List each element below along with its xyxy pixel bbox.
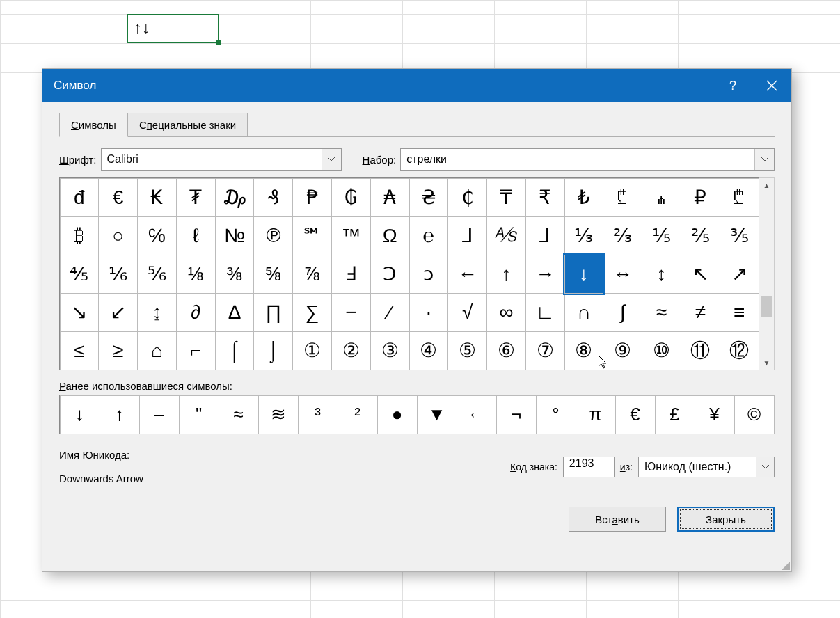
recent-symbol-cell[interactable]: £	[655, 395, 695, 434]
symbol-cell[interactable]: ₭	[137, 178, 177, 217]
symbol-cell[interactable]: ⅜	[215, 255, 255, 294]
symbol-cell[interactable]: ₽	[681, 178, 720, 217]
resize-handle[interactable]	[779, 559, 790, 570]
symbol-cell[interactable]: Ⅎ	[331, 255, 371, 294]
symbol-cell[interactable]: ⑫	[720, 331, 759, 370]
symbol-cell[interactable]: ⅃	[525, 216, 565, 255]
symbol-cell[interactable]: ⅍	[486, 216, 526, 255]
symbol-cell[interactable]: ⌐	[176, 331, 216, 370]
symbol-cell[interactable]: ⑤	[447, 331, 487, 370]
close-icon[interactable]	[752, 69, 791, 102]
symbol-cell[interactable]: ∟	[525, 293, 565, 332]
recent-symbol-cell[interactable]: °	[536, 395, 576, 434]
symbol-cell[interactable]: ₸	[486, 178, 526, 217]
symbol-cell[interactable]: Ↄ	[370, 255, 410, 294]
recent-symbol-cell[interactable]: ³	[298, 395, 338, 434]
symbol-cell[interactable]: ∏	[253, 293, 293, 332]
symbol-cell[interactable]: ₳	[370, 178, 410, 217]
subset-combo[interactable]: стрелки	[400, 148, 775, 171]
fill-handle[interactable]	[216, 40, 221, 45]
recent-symbol-cell[interactable]: ≋	[258, 395, 299, 434]
symbol-cell[interactable]: ↄ	[409, 255, 449, 294]
symbol-cell[interactable]: ○	[98, 216, 138, 255]
symbol-cell[interactable]: ⅕	[642, 216, 681, 255]
symbol-cell[interactable]: ⅘	[60, 255, 100, 294]
recent-symbol-cell[interactable]: ●	[377, 395, 418, 434]
recent-symbol-cell[interactable]: π	[576, 395, 616, 434]
symbol-cell[interactable]: ₱	[292, 178, 332, 217]
symbol-cell[interactable]: ⅓	[564, 216, 604, 255]
symbol-cell[interactable]: ⌡	[253, 331, 293, 370]
symbol-cell[interactable]: ₺	[564, 178, 604, 217]
symbol-cell[interactable]: đ	[60, 178, 100, 217]
recent-symbol-cell[interactable]: ↓	[60, 395, 100, 434]
symbol-cell[interactable]: ∕	[370, 293, 410, 332]
symbol-cell[interactable]: ₲	[331, 178, 371, 217]
symbol-cell[interactable]: ⅔	[603, 216, 642, 255]
recent-symbol-cell[interactable]: ↑	[100, 395, 140, 434]
symbol-cell[interactable]: ⅖	[681, 216, 720, 255]
symbol-cell[interactable]: ↑	[486, 255, 526, 294]
symbol-cell[interactable]: ↙	[98, 293, 138, 332]
symbol-cell[interactable]: ⑪	[681, 331, 720, 370]
recent-symbol-cell[interactable]: ²	[338, 395, 378, 434]
symbol-cell[interactable]: ∑	[292, 293, 332, 332]
symbol-cell[interactable]: ↘	[60, 293, 100, 332]
symbol-cell[interactable]: ≠	[681, 293, 720, 332]
scrollbar[interactable]: ▲ ▼	[759, 177, 775, 370]
scroll-thumb[interactable]	[761, 296, 772, 317]
recent-symbol-cell[interactable]: ¬	[496, 395, 537, 434]
symbol-cell[interactable]: ↓	[564, 255, 604, 294]
symbol-cell[interactable]: ∆	[215, 293, 255, 332]
symbol-cell[interactable]: ⅚	[137, 255, 177, 294]
symbol-cell[interactable]: ℮	[409, 216, 449, 255]
symbol-cell[interactable]: ℠	[292, 216, 332, 255]
symbol-cell[interactable]: ⑧	[564, 331, 604, 370]
symbol-cell[interactable]: ⅙	[98, 255, 138, 294]
symbol-cell[interactable]: ₮	[176, 178, 216, 217]
symbol-cell[interactable]: ↕	[642, 255, 681, 294]
close-button[interactable]: Закрыть	[677, 507, 775, 532]
symbol-cell[interactable]: ⑩	[642, 331, 681, 370]
symbol-cell[interactable]: ₵	[447, 178, 487, 217]
scroll-up-icon[interactable]: ▲	[759, 178, 774, 192]
symbol-cell[interactable]: ₴	[409, 178, 449, 217]
symbol-cell[interactable]: ⑦	[525, 331, 565, 370]
symbol-cell[interactable]: ₾	[720, 178, 759, 217]
from-combo[interactable]: Юникод (шестн.)	[638, 457, 775, 477]
symbol-cell[interactable]: ℗	[253, 216, 293, 255]
symbol-cell[interactable]: ⅃	[447, 216, 487, 255]
symbol-cell[interactable]: ⅞	[292, 255, 332, 294]
symbol-cell[interactable]: ∙	[409, 293, 449, 332]
symbol-cell[interactable]: ∫	[603, 293, 642, 332]
symbol-cell[interactable]: ₹	[525, 178, 565, 217]
symbol-cell[interactable]: ↖	[681, 255, 720, 294]
scroll-down-icon[interactable]: ▼	[759, 356, 774, 370]
symbol-cell[interactable]: ↨	[137, 293, 177, 332]
recent-symbol-cell[interactable]: –	[139, 395, 180, 434]
symbol-cell[interactable]: ₾	[603, 178, 642, 217]
recent-symbol-cell[interactable]: ≈	[219, 395, 259, 434]
recent-symbol-cell[interactable]: ▼	[417, 395, 457, 434]
symbol-cell[interactable]: ™	[331, 216, 371, 255]
symbol-cell[interactable]: ₼	[642, 178, 681, 217]
symbol-cell[interactable]: →	[525, 255, 565, 294]
symbol-cell[interactable]: ≥	[98, 331, 138, 370]
chevron-down-icon[interactable]	[756, 457, 774, 477]
symbol-cell[interactable]: ≈	[642, 293, 681, 332]
symbol-cell[interactable]: ←	[447, 255, 487, 294]
symbol-cell[interactable]: ℅	[137, 216, 177, 255]
symbol-cell[interactable]: €	[98, 178, 138, 217]
symbol-cell[interactable]: ≤	[60, 331, 100, 370]
insert-button[interactable]: Вставить	[569, 507, 666, 532]
symbol-cell[interactable]: ⅗	[720, 216, 759, 255]
chevron-down-icon[interactable]	[754, 149, 774, 170]
help-button[interactable]: ?	[713, 69, 752, 102]
active-cell[interactable]: ↑↓	[127, 14, 219, 43]
recent-symbol-cell[interactable]: "	[179, 395, 219, 434]
recent-symbol-cell[interactable]: ©	[734, 395, 775, 434]
symbol-cell[interactable]: ∂	[176, 293, 216, 332]
symbol-cell[interactable]: ∩	[564, 293, 604, 332]
font-combo[interactable]: Calibri	[101, 148, 342, 171]
symbol-cell[interactable]: №	[215, 216, 255, 255]
